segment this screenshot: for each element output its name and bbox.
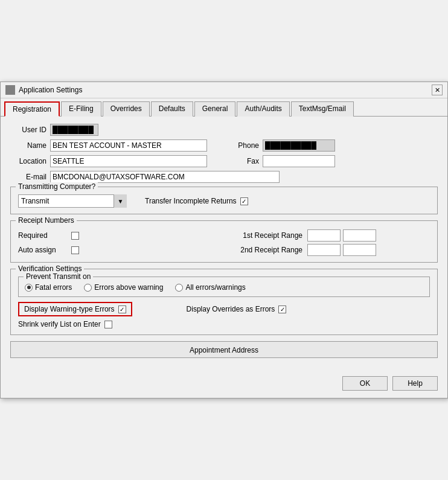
tab-defaults[interactable]: Defaults [151, 101, 193, 117]
display-overrides-checkbox[interactable] [278, 306, 286, 313]
userid-label: User ID [10, 126, 46, 134]
errors-above-warning-option[interactable]: Errors above warning [84, 283, 163, 292]
shrink-verify-checkbox[interactable] [104, 321, 112, 328]
transmitting-group: Transmitting Computer? Transmit Don't Tr… [10, 187, 438, 214]
title-bar-text: Application Settings [19, 86, 82, 94]
required-label: Required [18, 231, 66, 240]
auto-assign-row: Auto assign [18, 244, 218, 256]
second-range-label: 2nd Receipt Range [230, 246, 302, 254]
phone-label: Phone [223, 141, 259, 150]
location-input[interactable] [50, 155, 207, 167]
required-checkbox[interactable] [71, 232, 79, 240]
auto-assign-checkbox[interactable] [71, 246, 79, 254]
second-range-to-input[interactable] [343, 244, 376, 256]
errors-above-warning-label: Errors above warning [94, 283, 163, 292]
second-range-inputs [307, 244, 376, 256]
receipt-numbers-title: Receipt Numbers [16, 216, 77, 225]
first-range-inputs [307, 229, 376, 242]
display-warning-label: Display Warning-type Errors [24, 305, 115, 313]
close-button[interactable]: ✕ [432, 85, 443, 95]
ok-button[interactable]: OK [342, 376, 388, 391]
tab-auth-audits[interactable]: Auth/Audits [237, 101, 289, 117]
tab-general[interactable]: General [194, 101, 236, 117]
window-icon [5, 85, 15, 95]
name-input[interactable] [50, 139, 207, 152]
warning-overrides-container: Display Warning-type Errors Display Over… [18, 302, 430, 316]
prevent-transmit-radio-row: Fatal errors Errors above warning All er… [25, 283, 423, 292]
title-bar: Application Settings ✕ [1, 82, 447, 98]
email-row: E-mail [10, 171, 438, 183]
fax-input[interactable] [263, 155, 335, 167]
verification-group: Verification Settings Prevent Transmit o… [10, 269, 438, 335]
userid-input[interactable] [50, 124, 98, 136]
fatal-errors-radio[interactable] [25, 284, 33, 292]
prevent-transmit-group: Prevent Transmit on Fatal errors Errors … [18, 277, 430, 297]
fax-label: Fax [223, 157, 259, 165]
transfer-incomplete-checkbox[interactable] [240, 197, 248, 205]
email-input[interactable] [50, 171, 280, 183]
phone-input[interactable] [263, 139, 335, 152]
transmit-select-wrapper: Transmit Don't Transmit ▼ [18, 194, 127, 208]
location-label: Location [10, 157, 46, 165]
fatal-errors-option[interactable]: Fatal errors [25, 283, 72, 292]
first-range-row: 1st Receipt Range [230, 229, 430, 242]
all-errors-radio[interactable] [175, 284, 183, 292]
transfer-incomplete-row: Transfer Incomplete Returns [145, 197, 248, 205]
display-overrides-section: Display Overrides as Errors [187, 305, 287, 313]
transmit-select[interactable]: Transmit Don't Transmit [18, 194, 127, 208]
transfer-incomplete-label: Transfer Incomplete Returns [145, 197, 237, 205]
first-range-label: 1st Receipt Range [230, 231, 302, 240]
display-warning-checkbox[interactable] [118, 306, 126, 313]
tab-efiling[interactable]: E-Filing [61, 101, 101, 117]
title-bar-left: Application Settings [5, 85, 82, 95]
all-errors-label: All errors/warnings [185, 283, 245, 292]
first-range-from-input[interactable] [307, 229, 341, 242]
first-range-to-input[interactable] [343, 229, 376, 242]
tab-bar: Registration E-Filing Overrides Defaults… [1, 98, 447, 116]
display-warning-section: Display Warning-type Errors [18, 302, 132, 316]
location-row: Location Fax [10, 155, 438, 167]
fatal-errors-label: Fatal errors [35, 283, 72, 292]
display-overrides-label: Display Overrides as Errors [187, 305, 275, 313]
tab-overrides[interactable]: Overrides [103, 101, 150, 117]
appointment-address-button[interactable]: Appointment Address [10, 341, 438, 358]
shrink-verify-label: Shrink verify List on Enter [18, 320, 101, 328]
second-range-row: 2nd Receipt Range [230, 244, 430, 256]
email-label: E-mail [10, 173, 46, 181]
receipt-grid: Required 1st Receipt Range Auto assign 2… [18, 229, 430, 256]
userid-row: User ID [10, 124, 438, 136]
auto-assign-label: Auto assign [18, 246, 66, 254]
transmitting-group-title: Transmitting Computer? [16, 182, 98, 191]
errors-above-warning-radio[interactable] [84, 284, 92, 292]
verification-title: Verification Settings [16, 264, 84, 273]
all-errors-option[interactable]: All errors/warnings [175, 283, 245, 292]
tab-registration[interactable]: Registration [4, 101, 60, 117]
required-row: Required [18, 229, 218, 242]
registration-tab-content: User ID Name Phone Location Fax E-mail T… [1, 116, 447, 371]
transmit-row: Transmit Don't Transmit ▼ Transfer Incom… [18, 194, 430, 208]
second-range-from-input[interactable] [307, 244, 341, 256]
receipt-numbers-group: Receipt Numbers Required 1st Receipt Ran… [10, 220, 438, 263]
name-row: Name Phone [10, 139, 438, 152]
application-settings-window: Application Settings ✕ Registration E-Fi… [0, 82, 448, 398]
tab-textmsg-email[interactable]: TextMsg/Email [291, 101, 354, 117]
prevent-transmit-title: Prevent Transmit on [24, 272, 93, 281]
help-button[interactable]: Help [392, 376, 438, 391]
bottom-bar: OK Help [1, 371, 447, 398]
shrink-verify-row: Shrink verify List on Enter [18, 320, 430, 328]
name-label: Name [10, 141, 46, 150]
